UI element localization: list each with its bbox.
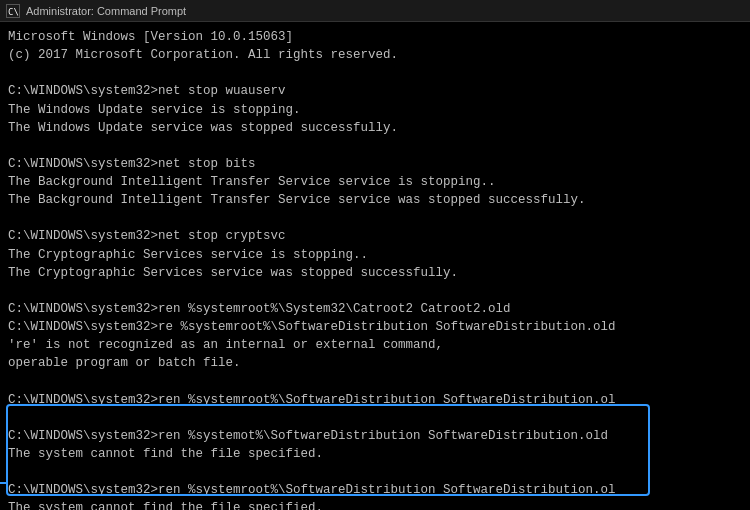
terminal-line: The system cannot find the file specifie…: [8, 445, 742, 463]
terminal-line: operable program or batch file.: [8, 354, 742, 372]
terminal-line: [8, 409, 742, 427]
terminal-line: The Windows Update service was stopped s…: [8, 119, 742, 137]
terminal-line: C:\WINDOWS\system32>ren %systemroot%\Sof…: [8, 391, 742, 409]
terminal-line: C:\WINDOWS\system32>ren %systemroot%\Sys…: [8, 300, 742, 318]
terminal-line: [8, 372, 742, 390]
terminal-line: [8, 282, 742, 300]
terminal-line: 're' is not recognized as an internal or…: [8, 336, 742, 354]
terminal-line: The system cannot find the file specifie…: [8, 499, 742, 510]
terminal-line: C:\WINDOWS\system32>re %systemroot%\Soft…: [8, 318, 742, 336]
terminal-line: The Cryptographic Services service is st…: [8, 246, 742, 264]
terminal-line: [8, 64, 742, 82]
title-bar-text: Administrator: Command Prompt: [26, 5, 186, 17]
terminal-line: Microsoft Windows [Version 10.0.15063]: [8, 28, 742, 46]
terminal-line: The Windows Update service is stopping.: [8, 101, 742, 119]
terminal-line: (c) 2017 Microsoft Corporation. All righ…: [8, 46, 742, 64]
terminal-line: The Background Intelligent Transfer Serv…: [8, 191, 742, 209]
terminal[interactable]: Microsoft Windows [Version 10.0.15063](c…: [0, 22, 750, 510]
terminal-line: [8, 209, 742, 227]
title-bar: C\ Administrator: Command Prompt: [0, 0, 750, 22]
terminal-line: The Cryptographic Services service was s…: [8, 264, 742, 282]
svg-text:C\: C\: [8, 7, 19, 17]
terminal-line: C:\WINDOWS\system32>net stop bits: [8, 155, 742, 173]
terminal-line: [8, 137, 742, 155]
terminal-line: C:\WINDOWS\system32>ren %systemot%\Softw…: [8, 427, 742, 445]
terminal-line: C:\WINDOWS\system32>net stop cryptsvc: [8, 227, 742, 245]
terminal-line: C:\WINDOWS\system32>net stop wuauserv: [8, 82, 742, 100]
terminal-line: The Background Intelligent Transfer Serv…: [8, 173, 742, 191]
terminal-line: C:\WINDOWS\system32>ren %systemroot%\Sof…: [8, 481, 742, 499]
cmd-icon: C\: [6, 4, 20, 18]
highlight-curl: [0, 404, 8, 484]
terminal-line: [8, 463, 742, 481]
